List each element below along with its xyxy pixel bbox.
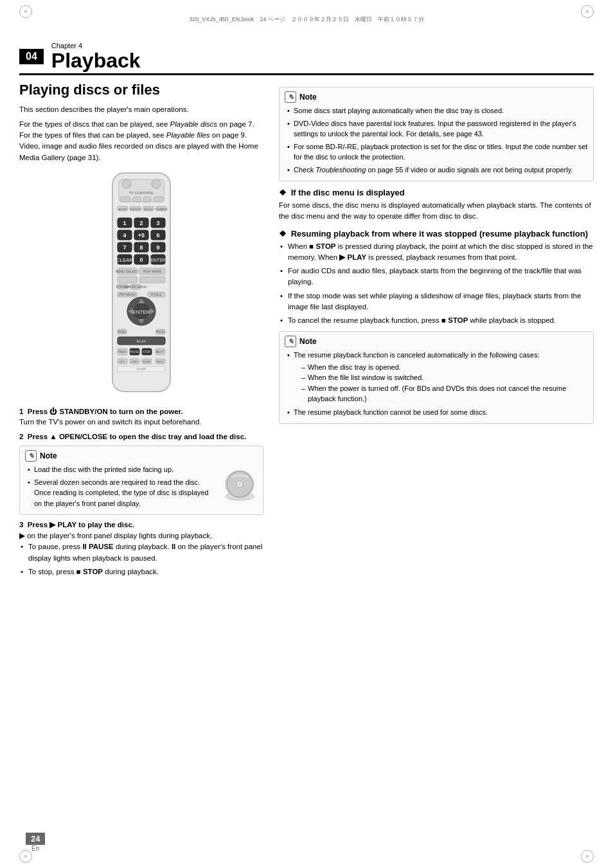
svg-text:FWD: FWD [131,360,137,363]
corner-mark-tl: ⊕ [19,5,32,18]
note-1-content: Load the disc with the printed side faci… [25,464,258,511]
svg-text:PREV: PREV [118,350,126,354]
svg-text:CLEAR: CLEAR [116,257,134,263]
note-1-text: Load the disc with the printed side faci… [25,464,217,511]
svg-text:PLAY MARK: PLAY MARK [143,269,162,273]
page-number: 24 [26,833,45,845]
step-3-heading: 3 Press ▶ PLAY to play the disc. [19,520,263,529]
svg-text:P.DIMMER: P.DIMMER [155,208,168,211]
if-disc-menu-heading: ❖ If the disc menu is displayed [279,188,594,197]
disc-svg [222,464,258,503]
step-2-heading: 2 Press ▲ OPEN/CLOSE to open the disc tr… [19,433,263,440]
step-3: 3 Press ▶ PLAY to play the disc. ▶ on th… [19,520,263,577]
svg-text:1: 1 [123,220,126,226]
note-1-item-2: Several dozen seconds are required to re… [28,477,217,509]
svg-rect-46 [139,276,165,283]
svg-text:ANGLE: ANGLE [144,208,153,211]
note-3-dash-3: When the power is turned off. (For BDs a… [301,383,588,404]
resume-bullet-2: For audio CDs and audio files, playback … [279,266,594,288]
svg-text:TOOLS: TOOLS [151,293,163,296]
svg-text:NEXT: NEXT [156,350,164,354]
file-info-text: 320_VXJ5_IBD_EN.book 24 ページ ２００９年２月２５日 水… [189,16,424,23]
svg-text:MENU SELECT: MENU SELECT [116,269,139,273]
svg-text:PLAYER MENU: PLAYER MENU [124,285,147,289]
step-1-body: Turn the TV's power on and switch its in… [19,417,263,428]
section-title: Playing discs or files [19,82,263,98]
svg-point-90 [238,483,241,485]
svg-rect-6 [133,197,141,202]
step-1-heading: 1 Press ⏻ STANDBY/ON to turn on the powe… [19,408,263,415]
svg-text:PAUSE: PAUSE [130,350,139,354]
chapter-banner: 04 Chapter 4 Playback [19,42,594,75]
intro-text-1: This section describes the player's main… [19,104,263,115]
svg-text:ENTER: ENTER [150,258,166,262]
corner-mark-tr: ⊕ [581,5,594,18]
svg-text:REV: REV [120,360,125,363]
svg-text:NEXT: NEXT [157,360,164,363]
step-3-bullets: To pause, press II PAUSE during playback… [19,541,263,577]
note-2-item-3: For some BD-R/-RE, playback protection i… [287,141,588,163]
svg-point-2 [122,179,131,188]
note-icon-3: ✎ [285,336,296,347]
note-3-bullet-1: The resume playback function is canceled… [287,350,588,404]
right-column: ✎ Note Some discs start playing automati… [279,82,594,580]
svg-rect-5 [120,197,130,202]
note-icon-2: ✎ [285,91,296,103]
disc-image [222,464,258,505]
page-lang: En [31,845,39,852]
svg-text:STOP: STOP [143,350,150,354]
svg-text:+5: +5 [138,232,145,239]
chapter-title: Playback [51,49,141,72]
note-2-item-2: DVD-Video discs have parental lock featu… [287,118,588,140]
note-box-2: ✎ Note Some discs start playing automati… [279,87,594,181]
svg-text:SLOW: SLOW [143,360,150,363]
resume-heading: ❖ Resuming playback from where it was st… [279,229,594,239]
svg-text:8: 8 [139,244,143,251]
step-3-bullet-1: To pause, press II PAUSE during playback… [19,541,263,564]
resume-bullet-4: To cancel the resume playback function, … [279,315,594,326]
resume-bullet-3: If the stop mode was set while playing a… [279,291,594,313]
svg-text:PAGE+: PAGE+ [156,330,166,334]
svg-rect-7 [143,197,151,202]
note-icon-1: ✎ [25,450,37,462]
step-1: 1 Press ⏻ STANDBY/ON to turn on the powe… [19,408,263,428]
svg-text:SUBTITLE: SUBTITLE [129,208,141,211]
svg-text:PLAY: PLAY [137,339,147,343]
svg-text:TV CONTROL: TV CONTROL [129,191,154,195]
svg-text:4: 4 [123,232,126,239]
svg-text:0: 0 [139,257,143,263]
svg-text:3: 3 [156,220,159,226]
note-2-header: ✎ Note [285,91,588,103]
note-box-3: ✎ Note The resume playback function is c… [279,331,594,424]
step-3-bullet-2: To stop, press ■ STOP during playback. [19,566,263,577]
svg-text:9: 9 [156,244,159,251]
svg-rect-45 [118,276,137,283]
note-2-item-4: Check Troubleshooting on page 55 if vide… [287,165,588,176]
svg-text:ENTER: ENTER [132,309,150,315]
note-1-header: ✎ Note [25,450,258,462]
note-box-1: ✎ Note Load the disc with the printed si… [19,446,263,515]
page-footer: 24 En [26,833,45,852]
svg-text:AUDIO: AUDIO [119,208,127,211]
note-2-item-1: Some discs start playing automatically w… [287,105,588,116]
svg-rect-8 [154,197,164,202]
note-3-bullet-2: The resume playback function cannot be u… [287,407,588,418]
corner-mark-br: ⊕ [581,850,594,863]
note-3-dash-1: When the disc tray is opened. [301,362,588,373]
svg-text:SHARP: SHARP [136,368,147,371]
chapter-title-block: Chapter 4 Playback [51,42,141,71]
if-disc-menu-body: For some discs, the disc menu is display… [279,200,594,222]
svg-point-3 [152,179,161,188]
intro-text-2: For the types of discs that can be playe… [19,119,263,163]
svg-text:7: 7 [123,244,126,251]
left-column: Playing discs or files This section desc… [19,82,263,580]
step-3-body: ▶ on the player's front panel display li… [19,530,263,541]
note-3-dash-2: When the file list window is switched. [301,372,588,383]
step-2: 2 Press ▲ OPEN/CLOSE to open the disc tr… [19,433,263,440]
resume-bullet-list: When ■ STOP is pressed during playback, … [279,241,594,327]
chapter-number: 04 [19,49,44,64]
svg-text:6: 6 [156,232,159,239]
note-3-dash-list: When the disc tray is opened. When the f… [301,362,588,404]
svg-text:TOP MENU: TOP MENU [119,293,136,296]
remote-svg: TV CONTROL AUDIO SUBTITLE ANGLE P.DIMMER [100,170,183,401]
